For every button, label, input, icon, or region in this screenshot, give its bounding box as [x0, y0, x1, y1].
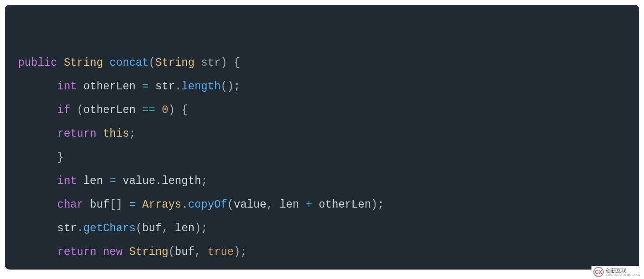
- keyword-public: public: [18, 57, 57, 69]
- keyword-return: return: [57, 246, 97, 258]
- paren-open: (: [227, 199, 234, 211]
- paren-open: (: [77, 104, 83, 116]
- method-copyof: copyOf: [188, 199, 227, 211]
- op-assign: =: [129, 199, 136, 211]
- brace-open: {: [181, 104, 188, 116]
- paren-close: ): [234, 246, 241, 258]
- dot: .: [77, 222, 83, 235]
- brace-open: {: [234, 57, 241, 69]
- watermark-subtext: CHUANG XIN HU LIAN: [606, 273, 640, 276]
- ident-len: len: [175, 222, 194, 235]
- class-string: String: [129, 246, 169, 258]
- keyword-new: new: [103, 246, 122, 258]
- paren-close: ): [169, 104, 175, 116]
- paren-open: (: [135, 222, 142, 235]
- dot: .: [175, 80, 181, 93]
- semi: ;: [240, 246, 247, 258]
- comma: ,: [267, 199, 273, 211]
- op-assign: =: [142, 80, 149, 93]
- watermark: CX 创新互联 CHUANG XIN HU LIAN: [591, 266, 642, 278]
- number-zero: 0: [162, 104, 169, 116]
- semi: ;: [234, 80, 241, 93]
- paren-close: ): [221, 57, 227, 69]
- ident-value: value: [123, 175, 155, 187]
- ident-len: len: [83, 175, 103, 187]
- comma: ,: [162, 222, 169, 235]
- keyword-char: char: [57, 199, 83, 211]
- paren-open: (: [169, 246, 175, 258]
- watermark-text: 创新互联: [606, 268, 640, 273]
- paren-close: ): [195, 222, 201, 235]
- ident-str: str: [155, 80, 175, 93]
- op-plus: +: [305, 199, 312, 211]
- ident-otherlen: otherLen: [83, 80, 135, 93]
- parens: (): [221, 80, 234, 93]
- paren-close: ): [371, 199, 378, 211]
- type-string-param: String: [155, 57, 195, 69]
- ident-otherlen: otherLen: [83, 104, 135, 116]
- op-assign: =: [109, 175, 116, 187]
- dot: .: [181, 199, 188, 211]
- comma: ,: [195, 246, 201, 258]
- dot: .: [155, 175, 162, 187]
- semi: ;: [201, 222, 208, 235]
- ident-buf: buf: [175, 246, 194, 258]
- semi: ;: [201, 175, 208, 187]
- class-arrays: Arrays: [142, 199, 181, 211]
- ident-otherlen: otherLen: [319, 199, 371, 211]
- method-getchars: getChars: [83, 222, 135, 235]
- brace-close: }: [57, 151, 64, 164]
- op-eq: ==: [142, 104, 155, 116]
- param-str: str: [201, 57, 221, 69]
- type-string: String: [64, 57, 103, 69]
- ident-value: value: [234, 199, 267, 211]
- semi: ;: [129, 128, 136, 140]
- method-length: length: [181, 80, 221, 93]
- code-block: public String concat(String str) { int o…: [5, 5, 639, 270]
- watermark-logo-icon: CX: [593, 267, 604, 277]
- ident-str: str: [57, 222, 77, 235]
- ident-buf: buf: [142, 222, 161, 235]
- keyword-this: this: [103, 128, 129, 140]
- semi: ;: [377, 199, 384, 211]
- method-concat: concat: [109, 57, 149, 69]
- prop-length: length: [162, 175, 201, 187]
- keyword-int: int: [57, 80, 77, 93]
- paren-open: (: [149, 57, 155, 69]
- brackets: []: [109, 199, 123, 211]
- keyword-return: return: [57, 128, 97, 140]
- bool-true: true: [207, 246, 233, 258]
- keyword-if: if: [57, 104, 71, 116]
- keyword-int: int: [57, 175, 77, 187]
- ident-buf: buf: [90, 199, 109, 211]
- ident-len: len: [279, 199, 299, 211]
